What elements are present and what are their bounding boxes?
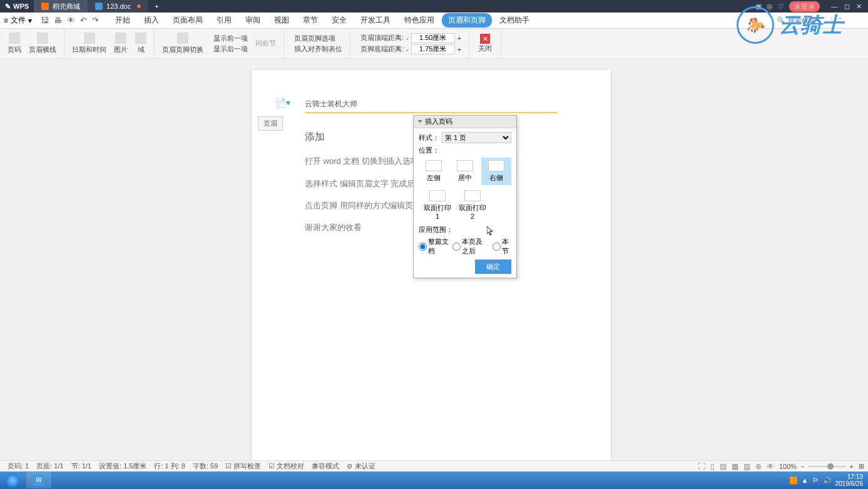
- zoom-out[interactable]: −: [800, 463, 804, 470]
- status-spell[interactable]: ☑ 拼写检查: [222, 461, 265, 471]
- tab-view[interactable]: 视图: [268, 13, 295, 28]
- view-2[interactable]: ▯: [709, 462, 716, 471]
- start-button[interactable]: [0, 471, 25, 489]
- zoom-label[interactable]: 100%: [775, 463, 800, 470]
- pos-left[interactable]: 左侧: [419, 158, 449, 185]
- print-icon[interactable]: 🖶: [54, 16, 62, 25]
- status-setting[interactable]: 设置值: 1.5厘米: [95, 461, 150, 471]
- tab-document[interactable]: 123.doc: [88, 0, 148, 13]
- status-rowcol[interactable]: 行: 1 列: 8: [150, 461, 189, 471]
- show-next-button[interactable]: 显示后一项: [211, 44, 248, 54]
- tray-icon-1[interactable]: 🟧: [789, 476, 798, 485]
- minimize-button[interactable]: —: [831, 3, 838, 11]
- save-icon[interactable]: 🖫: [41, 16, 49, 25]
- search-icon[interactable]: 🔍: [777, 16, 785, 24]
- ok-button[interactable]: 确定: [475, 260, 511, 274]
- tray-icon-3[interactable]: 🏳: [812, 476, 819, 484]
- view-7[interactable]: 👁: [765, 462, 775, 471]
- login-button[interactable]: 未登录: [789, 1, 820, 12]
- search-area: 🔍 ⋮ ⌃: [777, 16, 868, 24]
- tab-start[interactable]: 开始: [109, 13, 136, 28]
- tray-volume-icon[interactable]: 🔊: [823, 476, 832, 485]
- wps-app-icon: W: [33, 475, 44, 486]
- tab-layout[interactable]: 页面布局: [166, 13, 209, 28]
- spin-up[interactable]: +: [457, 46, 461, 53]
- vertical-scrollbar[interactable]: [859, 59, 868, 460]
- maximize-button[interactable]: ◻: [844, 3, 850, 11]
- pos-center[interactable]: 居中: [450, 158, 480, 185]
- field-button[interactable]: 域: [131, 33, 150, 54]
- file-menu[interactable]: ≡ 文件 ▾: [0, 15, 36, 26]
- icon-3[interactable]: ♡: [778, 3, 784, 11]
- tab-review[interactable]: 审阅: [239, 13, 267, 28]
- preview-icon[interactable]: 👁: [67, 16, 75, 25]
- header-text[interactable]: 云骑士装机大师: [305, 96, 558, 113]
- icon-1[interactable]: ▣: [755, 3, 762, 11]
- tab-insert[interactable]: 插入: [138, 13, 165, 28]
- undo-icon[interactable]: ↶: [80, 16, 87, 25]
- footer-dist-input[interactable]: [411, 44, 455, 54]
- status-section[interactable]: 节: 1/1: [68, 461, 95, 471]
- wps-icon: ✎: [5, 3, 11, 11]
- status-compat[interactable]: 兼容模式: [308, 461, 343, 471]
- ribbon: 页码 页眉横线 日期和时间 图片 域 页眉页脚切换 显示前一项 显示后一项 同前…: [0, 29, 868, 59]
- view-6[interactable]: ⊕: [754, 462, 763, 471]
- show-prev-button[interactable]: 显示前一项: [211, 34, 248, 43]
- view-4[interactable]: ▦: [730, 462, 740, 471]
- icon-2[interactable]: ◎: [767, 3, 773, 11]
- tab-assistant[interactable]: 文档助手: [493, 13, 536, 28]
- spin-down[interactable]: -: [406, 46, 409, 53]
- tab-store[interactable]: 稻壳商城: [34, 0, 88, 13]
- pos-right[interactable]: 右侧: [481, 158, 511, 185]
- tab-reference[interactable]: 引用: [210, 13, 238, 28]
- scope-after[interactable]: 本页及之后: [452, 237, 488, 256]
- fit-button[interactable]: ⊞: [854, 462, 864, 470]
- status-page[interactable]: 页面: 1/1: [33, 461, 67, 471]
- scope-whole[interactable]: 整篇文档: [419, 237, 449, 256]
- date-time-button[interactable]: 日期和时间: [68, 33, 110, 54]
- tab-dev[interactable]: 开发工具: [354, 13, 397, 28]
- tab-security[interactable]: 安全: [325, 13, 353, 28]
- view-5[interactable]: ▥: [742, 462, 752, 471]
- same-prev-button[interactable]: 同前节: [252, 39, 280, 48]
- status-cert[interactable]: ⊘ 未认证: [343, 461, 379, 471]
- insert-tab-button[interactable]: 插入对齐制表位: [292, 44, 342, 54]
- status-proof[interactable]: ☑ 文档校对: [265, 461, 308, 471]
- style-label: 样式：: [419, 133, 439, 143]
- close-hf-button[interactable]: ✕ 关闭: [473, 34, 497, 53]
- redo-icon[interactable]: ↷: [92, 16, 99, 25]
- spin-down[interactable]: -: [406, 34, 409, 42]
- zoom-slider[interactable]: [809, 466, 846, 467]
- footer-distance: 页脚底端距离: - +: [358, 44, 461, 54]
- view-1[interactable]: ⛶: [697, 462, 707, 471]
- header-icon[interactable]: 📄▾: [275, 98, 290, 108]
- header-area[interactable]: 云骑士装机大师: [305, 96, 558, 113]
- header-dist-input[interactable]: [411, 33, 455, 43]
- taskbar-wps[interactable]: W: [26, 472, 51, 488]
- titlebar: ✎ WPS 稻壳商城 123.doc + ▣ ◎ ♡ 未登录 — ◻ ✕: [0, 0, 868, 13]
- status-words[interactable]: 字数: 59: [189, 461, 222, 471]
- more-icon[interactable]: ⋮: [828, 16, 835, 24]
- tray-icon-2[interactable]: ▲: [802, 476, 809, 484]
- picture-button[interactable]: 图片: [110, 33, 131, 54]
- clock[interactable]: 17:13 2019/6/26: [835, 473, 864, 487]
- spin-up[interactable]: +: [457, 34, 461, 42]
- style-select[interactable]: 第 1 页: [442, 132, 511, 143]
- close-button[interactable]: ✕: [856, 3, 862, 11]
- pos-duplex1[interactable]: 双面打印1: [422, 188, 452, 223]
- switch-button[interactable]: 页眉页脚切换: [158, 33, 207, 54]
- tab-section[interactable]: 章节: [297, 13, 324, 28]
- header-line-button[interactable]: 页眉横线: [25, 33, 60, 54]
- pos-duplex2[interactable]: 双面打印2: [457, 188, 488, 223]
- status-page-num[interactable]: 页码: 1: [4, 461, 33, 471]
- tab-special[interactable]: 特色应用: [398, 13, 441, 28]
- page-number-button[interactable]: 页码: [4, 33, 25, 54]
- search-input[interactable]: [788, 17, 825, 24]
- new-tab-button[interactable]: +: [148, 3, 165, 10]
- collapse-icon[interactable]: ⌃: [837, 16, 843, 24]
- view-3[interactable]: ▤: [718, 462, 728, 471]
- hf-options-button[interactable]: 页眉页脚选项: [292, 34, 342, 43]
- scope-section[interactable]: 本节: [493, 237, 511, 256]
- ribbon-tabs: 开始 插入 页面布局 引用 审阅 视图 章节 安全 开发工具 特色应用 页眉和页…: [109, 13, 536, 28]
- tab-header-footer[interactable]: 页眉和页脚: [442, 13, 492, 28]
